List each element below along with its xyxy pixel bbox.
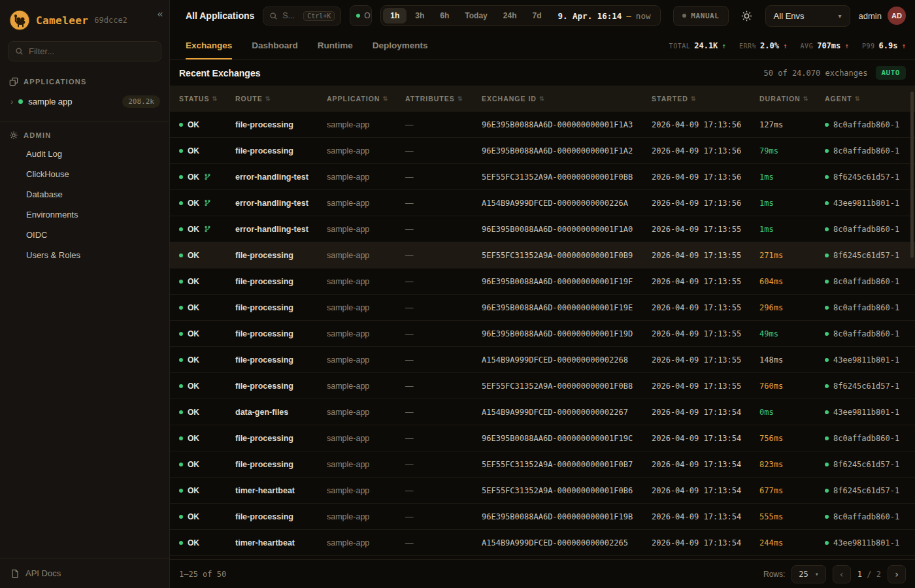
status-ok-dot [179,253,183,257]
table-row[interactable]: OK timer-heartbeat sample-app — A154B9A9… [170,530,915,556]
column-header[interactable]: STATUS ⇅ [179,95,235,103]
table-row[interactable]: OK file-processing sample-app — 5EF55FC3… [170,242,915,269]
tabs-bar: ExchangesDashboardRuntimeDeployments TOT… [170,31,915,60]
time-range-button[interactable]: 3h [408,8,431,24]
table-row[interactable]: OK file-processing sample-app — 96E395B0… [170,112,915,138]
admin-nav-item[interactable]: ClickHouse [0,164,169,184]
tab[interactable]: Runtime [318,31,353,59]
time-range-button[interactable]: 6h [433,8,456,24]
search-icon [15,47,24,56]
route-cell: error-handling-test [235,199,327,208]
table-row[interactable]: OK error-handling-test sample-app — 5EF5… [170,164,915,190]
manual-refresh-button[interactable]: MANUAL [673,6,728,26]
table-row[interactable]: OK error-handling-test sample-app — 96E3… [170,216,915,242]
agent-cell: 8c0affadb860-1 [825,146,915,155]
table-row[interactable]: OK file-processing sample-app — 96E395B0… [170,295,915,321]
route-cell: file-processing [235,303,327,312]
agent-status-dot [825,227,829,231]
user-menu[interactable]: admin AD [859,7,906,25]
agent-id: 8c0affadb860-1 [833,329,899,338]
section-title: Recent Exchanges [179,68,261,78]
scrollbar-thumb[interactable] [910,91,914,258]
sidebar-item-sample-app[interactable]: › sample app 208.2k [0,90,169,113]
tab[interactable]: Dashboard [252,31,298,59]
started-cell: 2026-04-09 17:13:54 [652,460,759,469]
agent-status-dot [825,515,829,519]
admin-nav-item[interactable]: Users & Roles [0,245,169,265]
route-cell: file-processing [235,512,327,521]
selected-time-range[interactable]: 9. Apr. 16:14 — now [550,11,658,21]
column-header[interactable]: DURATION ⇅ [759,95,825,103]
table-row[interactable]: OK file-processing sample-app — 5EF55FC3… [170,373,915,399]
column-header[interactable]: APPLICATION ⇅ [327,95,405,103]
global-search[interactable]: S... Ctrl+K [263,7,341,25]
next-page-button[interactable]: › [888,565,906,583]
column-header[interactable]: ROUTE ⇅ [235,95,327,103]
started-cell: 2026-04-09 17:13:55 [652,277,759,286]
table-row[interactable]: OK file-processing sample-app — 96E395B0… [170,504,915,530]
status-cell: OK [179,329,235,338]
sort-icon: ⇅ [691,95,697,102]
attributes-cell: — [405,329,482,338]
applications-section-label: APPLICATIONS [24,78,87,86]
sort-icon: ⇅ [265,95,271,102]
table-row[interactable]: OK file-processing sample-app — 96E395B0… [170,321,915,347]
status-label: OK [188,120,199,129]
status-label: OK [188,460,199,469]
admin-nav-item[interactable]: Audit Log [0,144,169,164]
sidebar-filter[interactable] [8,41,161,61]
status-cell: OK [179,225,235,234]
sidebar-collapse-icon[interactable]: « [158,8,163,19]
theme-toggle-button[interactable] [737,6,757,25]
table-row[interactable]: OK file-processing sample-app — 96E395B0… [170,269,915,295]
sidebar: Cameleer 69dcce2 « APPLICATIONS › sample… [0,0,170,588]
agent-cell: 8c0affadb860-1 [825,512,915,521]
exchange-id-cell: A154B9A999DFCED-000000000002268 [482,355,652,365]
time-range-button[interactable]: 1h [383,8,407,24]
search-placeholder-text: S... [282,11,299,20]
environment-select[interactable]: All Envs ▾ [765,5,850,27]
started-cell: 2026-04-09 17:13:56 [652,172,759,182]
table-row[interactable]: OK data-gen-files sample-app — A154B9A99… [170,399,915,425]
table-row[interactable]: OK file-processing sample-app — 96E395B0… [170,138,915,164]
started-cell: 2026-04-09 17:13:55 [652,329,759,338]
topbar-right: MANUAL All Envs ▾ admin AD [673,5,906,27]
tab[interactable]: Deployments [373,31,428,59]
branch-icon [204,173,211,180]
table-row[interactable]: OK file-processing sample-app — 5EF55FC3… [170,451,915,478]
column-header[interactable]: EXCHANGE ID ⇅ [482,95,652,103]
api-docs-link[interactable]: API Docs [0,558,169,588]
time-range-button[interactable]: 24h [496,8,524,24]
table-row[interactable]: OK file-processing sample-app — 96E395B0… [170,425,915,451]
time-range-button[interactable]: 7d [525,8,548,24]
status-label: OK [188,538,199,547]
started-cell: 2026-04-09 17:13:55 [652,355,759,365]
previous-page-button[interactable]: ‹ [833,565,851,583]
column-header[interactable]: STARTED ⇅ [652,95,759,103]
rows-per-page-select[interactable]: 25 ▾ [791,565,825,583]
admin-nav-item[interactable]: Database [0,184,169,204]
tabs: ExchangesDashboardRuntimeDeployments [186,31,428,59]
column-header[interactable]: AGENT ⇅ [825,95,915,103]
live-toggle[interactable]: O [350,5,372,26]
page-indicator: 1 / 2 [857,570,881,579]
application-cell: sample-app [327,303,405,312]
tab[interactable]: Exchanges [186,31,232,59]
admin-nav-item[interactable]: Environments [0,204,169,225]
duration-cell: 271ms [759,251,825,260]
status-label: OK [188,355,199,365]
status-ok-dot [179,227,183,231]
admin-nav-item[interactable]: OIDC [0,225,169,245]
time-range-button[interactable]: Today [458,8,494,24]
table-row[interactable]: OK error-handling-test sample-app — A154… [170,190,915,216]
column-header[interactable]: ATTRIBUTES ⇅ [405,95,482,103]
table-row[interactable]: OK timer-heartbeat sample-app — 5EF55FC3… [170,478,915,504]
table-row[interactable]: OK file-processing sample-app — A154B9A9… [170,347,915,373]
chevron-right-icon[interactable]: › [10,97,13,106]
auto-refresh-badge[interactable]: AUTO [876,66,907,80]
avatar[interactable]: AD [888,7,906,25]
route-cell: file-processing [235,120,327,129]
filter-input[interactable] [29,46,154,56]
trend-arrow-icon: ↑ [901,42,906,50]
stat-label: ERR% [739,42,756,50]
